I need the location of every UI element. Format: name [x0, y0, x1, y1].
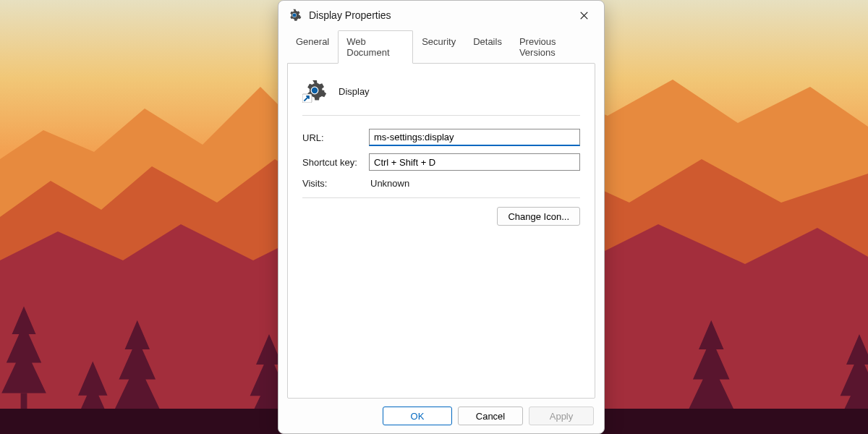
titlebar: Display Properties [278, 1, 604, 30]
properties-dialog: Display Properties General Web Document … [278, 0, 605, 434]
change-icon-button[interactable]: Change Icon... [497, 207, 580, 226]
url-label: URL: [302, 132, 369, 143]
app-name-label: Display [339, 86, 370, 97]
gear-shortcut-icon [302, 78, 327, 105]
visits-label: Visits: [302, 178, 369, 189]
close-icon [580, 12, 588, 20]
cancel-button[interactable]: Cancel [458, 407, 523, 425]
tab-details[interactable]: Details [464, 30, 511, 64]
shortcut-key-input[interactable] [369, 153, 580, 171]
app-header-row: Display [302, 78, 580, 116]
tab-page-web-document: Display URL: Shortcut key: Visits: Unkno… [287, 63, 595, 399]
tab-previous-versions[interactable]: Previous Versions [511, 30, 595, 64]
url-input[interactable] [369, 129, 580, 146]
tab-security[interactable]: Security [413, 30, 464, 64]
shortcut-key-label: Shortcut key: [302, 157, 369, 168]
visits-value: Unknown [369, 178, 409, 189]
section-divider [302, 197, 580, 198]
apply-button[interactable]: Apply [529, 407, 594, 425]
url-row: URL: [302, 129, 580, 146]
desktop-wallpaper: Display Properties General Web Document … [0, 0, 868, 434]
tabstrip: General Web Document Security Details Pr… [278, 30, 604, 63]
tab-web-document[interactable]: Web Document [338, 30, 413, 64]
gear-icon [287, 8, 302, 22]
svg-point-3 [312, 88, 318, 93]
shortcut-row: Shortcut key: [302, 153, 580, 171]
window-title: Display Properties [309, 9, 568, 21]
close-button[interactable] [568, 4, 600, 26]
svg-point-2 [293, 14, 297, 17]
visits-row: Visits: Unknown [302, 178, 580, 189]
dialog-footer: OK Cancel Apply [278, 399, 604, 433]
tab-general[interactable]: General [287, 30, 338, 64]
ok-button[interactable]: OK [383, 407, 452, 425]
